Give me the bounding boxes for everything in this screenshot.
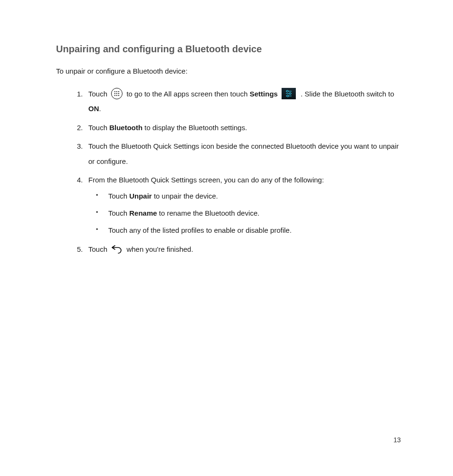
bullet-2-bold: Rename bbox=[129, 209, 157, 217]
step-4-bullet-2: Touch Rename to rename the Bluetooth dev… bbox=[108, 208, 401, 219]
step-1-text-b: to go to the All apps screen then touch bbox=[126, 90, 249, 98]
bullet-2-pre: Touch bbox=[108, 209, 129, 217]
svg-point-1 bbox=[116, 91, 117, 92]
svg-point-3 bbox=[114, 93, 115, 94]
svg-point-8 bbox=[118, 95, 119, 95]
step-3: Touch the Bluetooth Quick Settings icon … bbox=[88, 139, 401, 169]
step-list: Touch to go to the All apps screen then … bbox=[56, 86, 401, 257]
step-3-text: Touch the Bluetooth Quick Settings icon … bbox=[88, 142, 399, 165]
section-heading: Unpairing and configuring a Bluetooth de… bbox=[56, 44, 401, 55]
step-5-text-a: Touch bbox=[88, 245, 109, 253]
step-4-lead: From the Bluetooth Quick Settings screen… bbox=[88, 176, 324, 184]
svg-point-14 bbox=[287, 95, 289, 97]
step-2-text-a: Touch bbox=[88, 124, 109, 132]
bullet-1-bold: Unpair bbox=[129, 192, 152, 200]
step-1-settings-label: Settings bbox=[250, 90, 278, 98]
step-1-text-a: Touch bbox=[88, 90, 109, 98]
svg-point-7 bbox=[116, 95, 117, 95]
step-4-bullet-3: Touch any of the listed profiles to enab… bbox=[108, 225, 401, 236]
step-4-bullet-1: Touch Unpair to unpair the device. bbox=[108, 190, 401, 202]
svg-point-4 bbox=[116, 93, 117, 94]
bullet-1-post: to unpair the device. bbox=[152, 192, 218, 200]
step-2: Touch Bluetooth to display the Bluetooth… bbox=[88, 120, 401, 135]
step-4: From the Bluetooth Quick Settings screen… bbox=[88, 172, 401, 236]
svg-point-6 bbox=[114, 95, 115, 95]
step-5: Touch when you're finished. bbox=[88, 242, 401, 257]
svg-point-13 bbox=[289, 93, 291, 95]
step-1-on-label: ON bbox=[88, 105, 99, 113]
svg-point-12 bbox=[286, 90, 288, 92]
step-2-text-b: to display the Bluetooth settings. bbox=[142, 124, 247, 132]
settings-icon bbox=[282, 88, 296, 99]
back-icon bbox=[111, 244, 123, 254]
bullet-2-post: to rename the Bluetooth device. bbox=[157, 209, 260, 217]
step-1-text-d: . bbox=[99, 105, 101, 113]
step-4-sublist: Touch Unpair to unpair the device. Touch… bbox=[88, 190, 401, 236]
step-1-text-c: . Slide the Bluetooth switch to bbox=[301, 90, 394, 98]
intro-text: To unpair or configure a Bluetooth devic… bbox=[56, 66, 401, 77]
step-2-bluetooth-label: Bluetooth bbox=[109, 124, 142, 132]
svg-point-5 bbox=[118, 93, 119, 94]
step-1: Touch to go to the All apps screen then … bbox=[88, 86, 401, 116]
step-5-text-b: when you're finished. bbox=[126, 245, 193, 253]
svg-point-2 bbox=[118, 91, 119, 92]
bullet-3-text: Touch any of the listed profiles to enab… bbox=[108, 226, 292, 234]
all-apps-icon bbox=[111, 88, 123, 99]
document-page: Unpairing and configuring a Bluetooth de… bbox=[0, 0, 453, 257]
page-number: 13 bbox=[393, 436, 401, 444]
svg-point-0 bbox=[114, 91, 115, 92]
bullet-1-pre: Touch bbox=[108, 192, 129, 200]
